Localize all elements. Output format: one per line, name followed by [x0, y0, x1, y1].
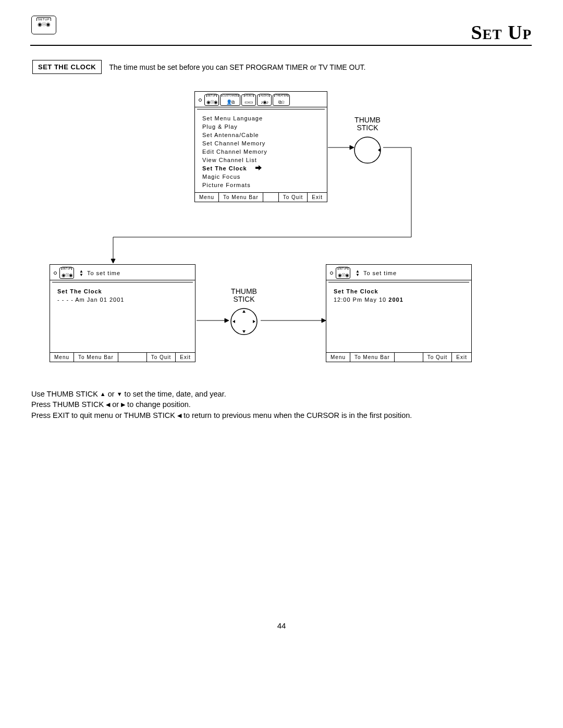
tab-theater[interactable]: THEATER ⧉☆ [273, 94, 290, 106]
clock-value[interactable]: 12:00 Pm May 10 2001 [334, 296, 464, 304]
text: to change position. [125, 400, 191, 409]
tab-audio[interactable]: AUDIO ♪◉♪ [257, 94, 272, 106]
to-set-time-text: To set time [87, 270, 120, 276]
footer-to-menu-bar[interactable]: To Menu Bar [219, 193, 263, 202]
tab-label: SETUP [62, 267, 72, 270]
footer-to-menu-bar[interactable]: To Menu Bar [350, 353, 395, 362]
footer-menu[interactable]: Menu [326, 353, 350, 362]
text: Use THUMB STICK [31, 390, 100, 398]
clock-body: Set The Clock 12:00 Pm May 10 2001 [326, 282, 471, 352]
text: Press THUMB STICK [31, 400, 106, 409]
menu-item[interactable]: Picture Formats [202, 181, 320, 190]
instructions: Use THUMB STICK ▲ or ▼ to set the time, … [31, 389, 412, 421]
tab-label: AUDIO [259, 94, 270, 97]
menu-item-label: Set The Clock [202, 165, 247, 171]
footer-exit[interactable]: Exit [176, 353, 195, 362]
thumb-stick-label: THUMBSTICK [352, 116, 383, 132]
triangle-up-icon: ▲ [100, 390, 106, 398]
footer-to-menu-bar[interactable]: To Menu Bar [74, 353, 118, 362]
menu-item[interactable]: Set Channel Memory [202, 140, 320, 148]
setup-glyph-icon: ◉☉◉ [338, 273, 349, 278]
clock-value-year: 2001 [388, 297, 403, 303]
footer-menu[interactable]: Menu [195, 193, 219, 202]
section-heading-desc: The time must be set before you can SET … [109, 63, 365, 71]
text: to set the time, date, and year. [123, 390, 226, 398]
highlight-dot-icon [330, 272, 333, 275]
tab-label: CUSTOMIZE [222, 94, 239, 97]
thumb-stick-label: THUMBSTICK [228, 288, 260, 304]
setup-glyph-icon: ◉☉◉ [206, 100, 217, 105]
tab-setup[interactable]: SETUP ◉☉◉ [336, 267, 350, 279]
page-number: 44 [0, 621, 563, 630]
page-title: Set Up [30, 21, 532, 46]
customize-glyph-icon: 👤⧉ [226, 100, 234, 105]
tab-setup[interactable]: SETUP ◉☉◉ [59, 267, 74, 279]
clock-tab-bar: SETUP ◉☉◉ ▲▼ To set time [326, 265, 471, 280]
diagram-area: SETUP ◉☉◉ CUSTOMIZE 👤⧉ VIDEO ▭▭ AUDIO ♪◉… [50, 91, 519, 383]
clock-value-main: 12:00 Pm May 10 [334, 297, 388, 303]
tab-label: VIDEO [244, 94, 254, 97]
triangle-left-icon: ◀ [106, 401, 110, 409]
up-down-arrows-icon: ▲▼ [79, 269, 84, 277]
menu-item[interactable]: View Channel List [202, 156, 320, 165]
text: or [110, 400, 121, 409]
svg-point-0 [354, 137, 381, 163]
tab-setup[interactable]: SETUP ◉☉◉ [204, 94, 219, 106]
menu-tab-bar: SETUP ◉☉◉ CUSTOMIZE 👤⧉ VIDEO ▭▭ AUDIO ♪◉… [195, 92, 327, 107]
footer-menu[interactable]: Menu [50, 353, 74, 362]
text: Press EXIT to quit menu or THUMB STICK [31, 411, 177, 419]
instruction-line-3: Press EXIT to quit menu or THUMB STICK ◀… [31, 410, 412, 421]
tab-video[interactable]: VIDEO ▭▭ [241, 94, 256, 106]
footer-to-quit[interactable]: To Quit [423, 353, 452, 362]
text: to return to previous menu when the CURS… [181, 411, 412, 419]
footer-bar: Menu To Menu Bar To Quit Exit [50, 352, 195, 362]
triangle-left-icon: ◀ [177, 412, 181, 419]
menu-item[interactable]: Magic Focus [202, 173, 320, 181]
triangle-down-icon: ▼ [117, 390, 123, 398]
thumb-stick-middle: THUMBSTICK [228, 288, 260, 337]
clock-body: Set The Clock - - - - Am Jan 01 2001 [50, 282, 195, 352]
to-set-time-label: ▲▼ To set time [75, 269, 120, 277]
footer-to-quit[interactable]: To Quit [279, 193, 308, 202]
section-heading-row: SET THE CLOCK The time must be set befor… [32, 60, 365, 74]
tab-label: SETUP [338, 267, 349, 270]
menu-item[interactable]: Plug & Play [202, 123, 320, 131]
video-glyph-icon: ▭▭ [244, 100, 253, 105]
footer-exit[interactable]: Exit [308, 193, 327, 202]
menu-item[interactable]: Edit Channel Memory [202, 148, 320, 156]
clock-tab-bar: SETUP ◉☉◉ ▲▼ To set time [50, 265, 195, 280]
setup-glyph-icon: ◉☉◉ [62, 273, 72, 278]
arrow-right-icon [255, 165, 262, 173]
tab-label: SETUP [206, 94, 217, 97]
clock-title: Set The Clock [57, 288, 188, 296]
footer-bar: Menu To Menu Bar To Quit Exit [326, 352, 471, 362]
audio-glyph-icon: ♪◉♪ [261, 100, 268, 105]
highlight-dot-icon [54, 272, 57, 275]
footer-bar: Menu To Menu Bar To Quit Exit [195, 192, 327, 202]
thumb-stick-4way-icon [228, 306, 260, 337]
highlight-dot-icon [199, 98, 202, 102]
up-down-arrows-icon: ▲▼ [356, 269, 360, 277]
clock-value[interactable]: - - - - Am Jan 01 2001 [57, 296, 188, 304]
instruction-line-1: Use THUMB STICK ▲ or ▼ to set the time, … [31, 389, 412, 399]
footer-to-quit[interactable]: To Quit [147, 353, 176, 362]
thumb-stick-right: THUMBSTICK [352, 116, 383, 166]
tab-customize[interactable]: CUSTOMIZE 👤⧉ [220, 94, 240, 106]
to-set-time-label: ▲▼ To set time [351, 269, 397, 277]
menu-screen-top: SETUP ◉☉◉ CUSTOMIZE 👤⧉ VIDEO ▭▭ AUDIO ♪◉… [194, 91, 327, 202]
instruction-line-2: Press THUMB STICK ◀ or ▶ to change posit… [31, 399, 412, 410]
section-heading-box: SET THE CLOCK [32, 60, 102, 74]
triangle-right-icon: ▶ [121, 401, 125, 409]
clock-screen-after: SETUP ◉☉◉ ▲▼ To set time Set The Clock 1… [326, 264, 472, 362]
menu-list: Set Menu Language Plug & Play Set Antenn… [195, 109, 327, 192]
text: or [106, 390, 117, 398]
tab-label: THEATER [274, 94, 288, 97]
setup-icon-label: SETUP [36, 17, 52, 21]
footer-exit[interactable]: Exit [452, 353, 471, 362]
to-set-time-text: To set time [363, 270, 397, 276]
menu-item[interactable]: Set Antenna/Cable [202, 131, 320, 140]
menu-item[interactable]: Set Menu Language [202, 115, 320, 123]
menu-item-selected[interactable]: Set The Clock [202, 165, 320, 173]
clock-title: Set The Clock [334, 288, 464, 296]
thumb-stick-icon [352, 134, 383, 166]
